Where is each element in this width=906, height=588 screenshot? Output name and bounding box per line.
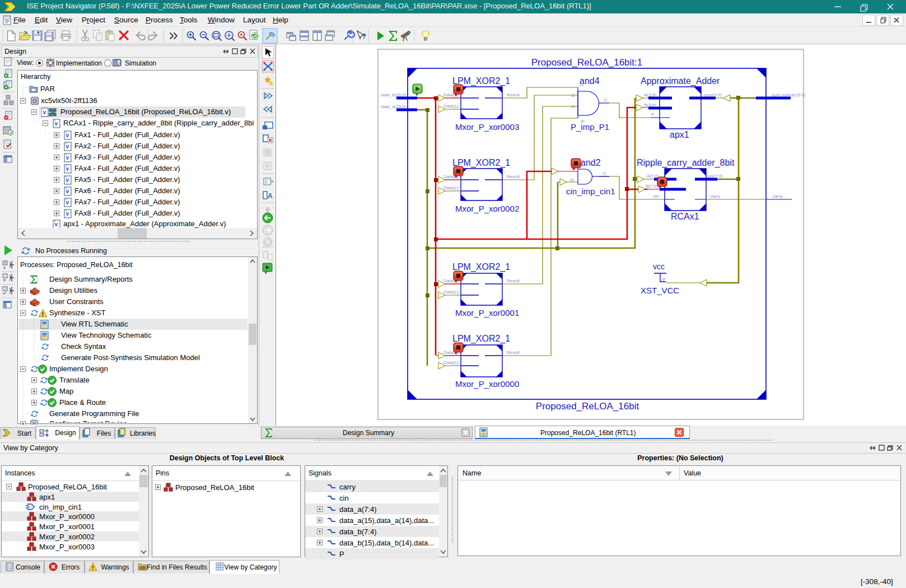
svg-text:v: v — [66, 143, 69, 150]
svg-text:I1: I1 — [571, 104, 575, 109]
svg-text:I2: I2 — [571, 93, 575, 98]
svg-text:carry: carry — [773, 194, 783, 199]
svg-text:RCAx1: RCAx1 — [671, 212, 699, 221]
svg-text:B(7:0): B(7:0) — [646, 184, 658, 189]
svg-text:Result: Result — [507, 350, 520, 355]
svg-text:Data(1): Data(1) — [443, 290, 459, 295]
svg-text:Data(1): Data(1) — [443, 360, 459, 365]
svg-text:Data(1): Data(1) — [443, 104, 459, 109]
svg-text:A: A — [268, 192, 273, 200]
svg-text:LPM_XOR2_1: LPM_XOR2_1 — [452, 262, 510, 272]
svg-text:A(7:0): A(7:0) — [647, 174, 659, 179]
svg-text:vcc: vcc — [653, 262, 665, 271]
svg-text:Result: Result — [507, 92, 520, 97]
svg-text:v: v — [66, 155, 69, 161]
svg-text:v: v — [43, 109, 46, 115]
svg-text:carry: carry — [710, 194, 720, 199]
svg-text:v: v — [66, 211, 69, 217]
svg-text:cin_imp_cin1: cin_imp_cin1 — [566, 186, 615, 196]
svg-text:v: v — [66, 199, 69, 206]
svg-text:v: v — [66, 132, 69, 138]
svg-text:sum(7:0): sum(7:0) — [705, 174, 723, 179]
svg-text:P: P — [662, 277, 665, 282]
svg-text:XST_VCC: XST_VCC — [641, 286, 679, 295]
svg-text:?: ? — [362, 32, 366, 40]
svg-text:Mxor_P_xor0000: Mxor_P_xor0000 — [455, 379, 519, 389]
svg-text:v: v — [66, 177, 69, 183]
svg-text:Mxor_P_xor0002: Mxor_P_xor0002 — [455, 204, 519, 213]
svg-text:B(3:0): B(3:0) — [644, 102, 656, 108]
svg-text:Mxor_P_xor0001: Mxor_P_xor0001 — [455, 308, 519, 318]
svg-text:O: O — [604, 97, 607, 102]
svg-text:I3: I3 — [580, 82, 583, 87]
svg-text:v: v — [55, 120, 58, 127]
svg-text:data_b(15:0): data_b(15:0) — [381, 92, 407, 97]
svg-text:data_a(15:0): data_a(15:0) — [381, 104, 407, 109]
svg-text:P_imp_P1: P_imp_P1 — [571, 122, 609, 132]
svg-text:apx1: apx1 — [670, 130, 689, 139]
svg-text:cin: cin — [653, 194, 659, 199]
svg-text:Ripple_carry_adder_8bit: Ripple_carry_adder_8bit — [637, 158, 735, 168]
svg-text:Result: Result — [507, 174, 520, 179]
svg-text:Result: Result — [507, 278, 520, 283]
svg-text:sum output(15:0): sum output(15:0) — [772, 92, 806, 97]
svg-text:Proposed_ReLOA_16bit:1: Proposed_ReLOA_16bit:1 — [531, 57, 642, 68]
svg-text:Data(1): Data(1) — [443, 185, 459, 190]
svg-text:v: v — [66, 166, 69, 172]
svg-text:A(3:0): A(3:0) — [644, 92, 656, 97]
svg-text:O: O — [603, 171, 606, 176]
svg-text:Proposed_ReLOA_16bit: Proposed_ReLOA_16bit — [536, 401, 639, 412]
svg-text:P: P — [651, 112, 654, 117]
svg-text:LPM_XOR2_1: LPM_XOR2_1 — [452, 334, 510, 344]
svg-text:and2: and2 — [581, 158, 601, 167]
svg-text:v: v — [55, 221, 58, 227]
svg-text:I0: I0 — [570, 178, 574, 183]
svg-text:I0: I0 — [581, 119, 585, 124]
svg-text:Approximate_Adder: Approximate_Adder — [641, 76, 720, 86]
svg-text:v: v — [66, 188, 69, 194]
svg-text:Mxor_P_xor0003: Mxor_P_xor0003 — [455, 122, 519, 132]
svg-text:sum(3:0): sum(3:0) — [704, 92, 722, 97]
svg-text:iSim: iSim — [114, 63, 119, 66]
